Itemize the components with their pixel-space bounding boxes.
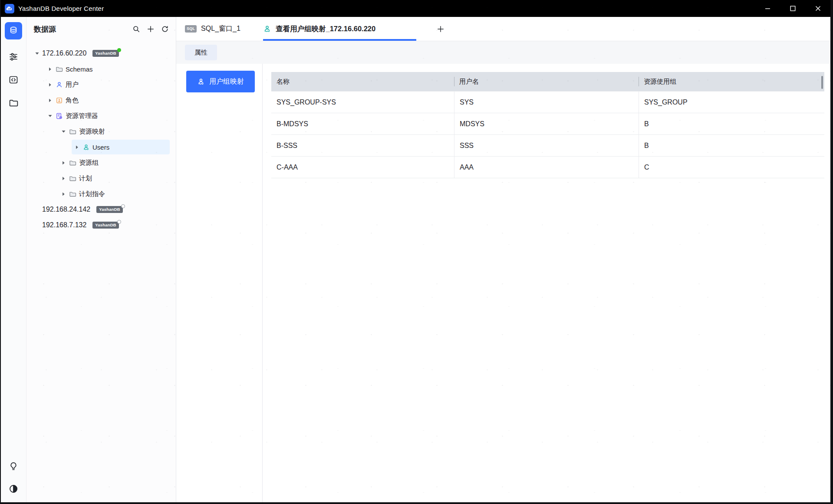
status-dot-disconnected	[121, 204, 125, 208]
role-card-icon	[55, 96, 63, 104]
tree-item-192-168-7-132[interactable]: 192.168.7.132 YashanDB	[26, 217, 176, 233]
vertical-scrollbar[interactable]	[821, 76, 823, 89]
column-header-resource-group[interactable]: 资源使用组	[639, 72, 824, 91]
tab-bar: SQL SQL_窗口_1 查看用户组映射_172.16.60.220	[176, 17, 830, 41]
tree-item-users-node[interactable]: 用户	[26, 77, 176, 92]
caret-down-icon[interactable]	[34, 51, 40, 56]
cell-resource-group: B	[639, 113, 824, 134]
tab-sql-window-1[interactable]: SQL SQL_窗口_1	[185, 17, 263, 41]
caret-right-icon[interactable]	[61, 176, 66, 181]
code-icon	[8, 75, 19, 85]
cell-username: SSS	[454, 135, 639, 156]
column-header-username[interactable]: 用户名	[454, 72, 639, 91]
rail-item-sql-console[interactable]	[8, 74, 19, 85]
sidebar-title: 数据源	[34, 24, 56, 34]
tree-item-roles[interactable]: 角色	[26, 92, 176, 108]
app-logo-icon	[5, 4, 14, 13]
yashandb-badge: YashanDB	[92, 50, 119, 57]
cell-name: B-MDSYS	[271, 113, 454, 134]
caret-right-icon[interactable]	[61, 191, 66, 196]
cell-username: MDSYS	[454, 113, 639, 134]
tree-item-users-mapping[interactable]: Users	[26, 139, 176, 155]
column-header-name[interactable]: 名称	[271, 72, 454, 91]
users-group-icon	[82, 143, 90, 151]
folder-icon	[69, 128, 76, 135]
rail-item-files[interactable]	[8, 97, 19, 108]
activity-rail	[1, 17, 26, 502]
cell-resource-group: SYS_GROUP	[639, 92, 824, 113]
close-button[interactable]	[805, 0, 830, 17]
tree-item-schemas[interactable]: Schemas	[26, 61, 176, 77]
rail-item-settings[interactable]	[8, 51, 19, 62]
tree-item-resource-groups[interactable]: 资源组	[26, 155, 176, 170]
title-bar: YashanDB Developer Center	[1, 0, 830, 17]
tab-user-group-mapping[interactable]: 查看用户组映射_172.16.60.220	[263, 17, 416, 41]
caret-right-icon[interactable]	[74, 144, 79, 150]
status-dot-connected	[117, 48, 121, 52]
mapping-nav-panel: 用户组映射	[176, 64, 263, 502]
rail-item-theme-toggle[interactable]	[8, 483, 19, 494]
yashandb-badge: YashanDB	[92, 222, 119, 229]
tree-item-label: 资源映射	[79, 128, 105, 136]
sql-badge-icon: SQL	[185, 25, 197, 33]
folder-icon	[69, 174, 76, 182]
button-label: 用户组映射	[209, 77, 244, 86]
tree-item-label: 资源管理器	[66, 112, 98, 120]
datasource-sidebar: 数据源 172.16.60.220 Yas	[26, 17, 176, 502]
resource-manager-icon	[55, 112, 63, 120]
tree-item-label: 192.168.24.142	[42, 206, 90, 213]
tree-item-resource-manager[interactable]: 资源管理器	[26, 108, 176, 124]
caret-down-icon[interactable]	[61, 129, 66, 134]
app-window: YashanDB Developer Center	[0, 0, 833, 504]
user-group-mapping-button[interactable]: 用户组映射	[186, 71, 255, 92]
caret-down-icon[interactable]	[47, 113, 53, 118]
rail-item-datasource[interactable]	[5, 22, 22, 39]
folder-icon	[69, 159, 76, 167]
table-row[interactable]: B-MDSYS MDSYS B	[271, 113, 824, 134]
tree-item-label: Users	[92, 144, 109, 151]
tree-item-label: 用户	[66, 81, 79, 89]
tree-item-resource-mapping[interactable]: 资源映射	[26, 124, 176, 139]
tree-item-label: 资源组	[79, 159, 99, 167]
table-row[interactable]: SYS_GROUP-SYS SYS SYS_GROUP	[271, 91, 824, 113]
datasource-tree: 172.16.60.220 YashanDB Schemas 用户 角色	[26, 46, 176, 233]
tree-item-plan-directives[interactable]: 计划指令	[26, 186, 176, 202]
maximize-button[interactable]	[780, 0, 805, 17]
caret-right-icon[interactable]	[47, 66, 53, 72]
tab-properties[interactable]: 属性	[185, 45, 217, 60]
minimize-button[interactable]	[755, 0, 780, 17]
caret-right-icon[interactable]	[47, 98, 53, 103]
tree-item-172-16-60-220[interactable]: 172.16.60.220 YashanDB	[26, 46, 176, 61]
folder-icon	[8, 98, 19, 108]
cell-name: SYS_GROUP-SYS	[271, 92, 454, 113]
users-group-icon	[263, 25, 271, 33]
caret-right-icon[interactable]	[47, 82, 53, 87]
users-group-icon	[197, 78, 205, 85]
main-area: SQL SQL_窗口_1 查看用户组映射_172.16.60.220 属性	[176, 17, 830, 502]
tree-item-label: 计划	[79, 174, 92, 183]
cell-resource-group: C	[639, 157, 824, 178]
user-icon	[55, 81, 63, 88]
cell-name: C-AAA	[271, 157, 454, 178]
window-title: YashanDB Developer Center	[18, 5, 104, 12]
tree-item-label: Schemas	[66, 65, 93, 73]
yashandb-badge: YashanDB	[96, 206, 123, 213]
tree-item-plans[interactable]: 计划	[26, 170, 176, 186]
search-icon[interactable]	[132, 24, 141, 34]
cell-name: B-SSS	[271, 135, 454, 156]
sliders-icon	[8, 52, 19, 62]
caret-right-icon[interactable]	[61, 160, 66, 165]
database-icon	[8, 26, 19, 36]
tree-item-192-168-24-142[interactable]: 192.168.24.142 YashanDB	[26, 202, 176, 217]
table-row[interactable]: C-AAA AAA C	[271, 156, 824, 178]
mapping-table-area: 名称 用户名 资源使用组 SYS_GROUP-SYS SYS SYS_GROUP…	[263, 64, 830, 502]
sidebar-header: 数据源	[26, 17, 176, 41]
table-row[interactable]: B-SSS SSS B	[271, 134, 824, 156]
cell-username: SYS	[454, 92, 639, 113]
folder-icon	[55, 65, 63, 73]
cell-resource-group: B	[639, 135, 824, 156]
add-tab-button[interactable]	[436, 17, 445, 41]
rail-item-hint[interactable]	[8, 461, 19, 472]
add-datasource-icon[interactable]	[146, 24, 155, 34]
refresh-icon[interactable]	[160, 24, 170, 34]
